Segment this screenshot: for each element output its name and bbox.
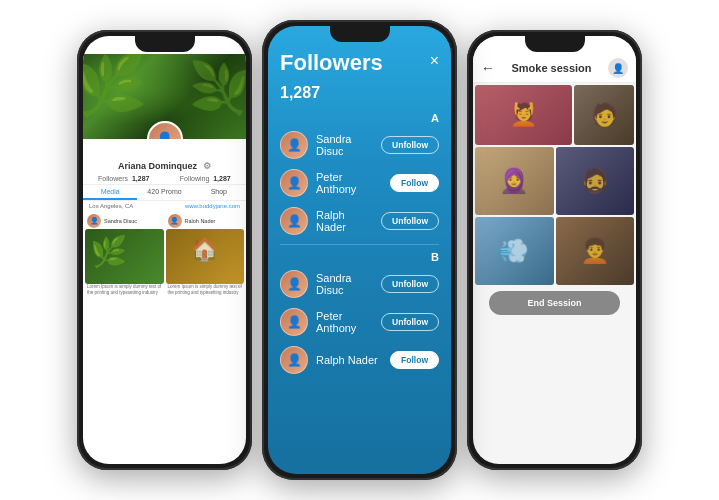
follow-btn-b3[interactable]: Follow: [390, 351, 439, 369]
follower-a2: 👤 Peter Anthony Follow: [268, 164, 451, 202]
profile-tabs: Media 420 Promo Shop: [83, 185, 246, 201]
tab-media[interactable]: Media: [83, 185, 137, 200]
followers-bar: Followers 1,287 Following 1,287: [83, 173, 246, 185]
person-smoke-icon: 💆: [510, 102, 537, 128]
follower-b1: 👤 Sandra Disuc Unfollow: [268, 265, 451, 303]
notch-3: [525, 36, 585, 52]
end-session-button[interactable]: End Session: [489, 291, 620, 315]
unfollow-btn-a3[interactable]: Unfollow: [381, 212, 439, 230]
unfollow-btn-a1[interactable]: Unfollow: [381, 136, 439, 154]
follower-name-b2: Peter Anthony: [316, 310, 373, 334]
back-button[interactable]: ←: [481, 60, 495, 76]
website-text[interactable]: www.buddyjane.com: [185, 203, 240, 209]
session-top-image: 💆: [475, 85, 572, 145]
session-image-1[interactable]: 🧕: [475, 147, 554, 215]
follower-avatar-b2: 👤: [280, 308, 308, 336]
unfollow-btn-b2[interactable]: Unfollow: [381, 313, 439, 331]
profile-name-bar: Ariana Dominquez ⚙: [83, 159, 246, 173]
person-icon-4: 🧑‍🦱: [580, 237, 610, 265]
follower-name-b1: Sandra Disuc: [316, 272, 373, 296]
tab-shop[interactable]: Shop: [192, 185, 246, 200]
gear-icon[interactable]: ⚙: [203, 161, 211, 171]
section-a-label: A: [268, 110, 451, 126]
media-cell-2[interactable]: [166, 229, 245, 284]
lorem-2: Lorem Ipsum is simply dummy text of the …: [166, 284, 245, 298]
location-row: Los Angeles, CA www.buddyjane.com: [83, 201, 246, 211]
phone-smoke-session: ← Smoke session 👤 💆 🧑 🧕: [467, 30, 642, 470]
media-cell-1[interactable]: [85, 229, 164, 284]
person-icon-2: 🧔: [580, 167, 610, 195]
user-icon: 👤: [612, 63, 624, 74]
media-avatar-2: 👤: [168, 214, 182, 228]
media-username-2: Raloh Nader: [185, 218, 216, 224]
session-image-3[interactable]: 💨: [475, 217, 554, 285]
follower-avatar-a2: 👤: [280, 169, 308, 197]
follower-avatar-b1: 👤: [280, 270, 308, 298]
followers-count: 1,287: [268, 84, 451, 110]
man-smoke-icon: 🧑: [591, 102, 618, 128]
follow-btn-a2[interactable]: Follow: [390, 174, 439, 192]
follower-name-a1: Sandra Disuc: [316, 133, 373, 157]
follower-name-a3: Ralph Nader: [316, 209, 373, 233]
media-user-1: 👤 Sandra Disuc: [85, 213, 164, 229]
person-icon-1: 🧕: [499, 167, 529, 195]
follower-avatar-a1: 👤: [280, 131, 308, 159]
close-button[interactable]: ×: [430, 52, 439, 70]
profile-icon-button[interactable]: 👤: [608, 58, 628, 78]
session-image-grid: 🧕 🧔 💨 🧑‍🦱: [473, 147, 636, 287]
media-avatar-1: 👤: [87, 214, 101, 228]
follower-name-a2: Peter Anthony: [316, 171, 382, 195]
phone-followers: Followers × 1,287 A 👤 Sandra Disuc Unfol…: [262, 20, 457, 480]
follower-b2: 👤 Peter Anthony Unfollow: [268, 303, 451, 341]
followers-count-cell: Followers 1,287: [83, 175, 165, 182]
follower-avatar-a3: 👤: [280, 207, 308, 235]
notch-2: [330, 26, 390, 42]
profile-cover-image: 👤: [83, 54, 246, 139]
section-b-label: B: [268, 249, 451, 265]
followers-title: Followers: [280, 50, 383, 76]
session-image-4[interactable]: 🧑‍🦱: [556, 217, 635, 285]
location-text: Los Angeles, CA: [89, 203, 133, 209]
phone-followers-screen: Followers × 1,287 A 👤 Sandra Disuc Unfol…: [268, 26, 451, 474]
media-item-1: 👤 Sandra Disuc Lorem Ipsum is simply dum…: [85, 213, 164, 298]
follower-name-b3: Ralph Nader: [316, 354, 382, 366]
follower-a1: 👤 Sandra Disuc Unfollow: [268, 126, 451, 164]
media-user-2: 👤 Raloh Nader: [166, 213, 245, 229]
phone-profile-screen: 👤 Ariana Dominquez ⚙ Followers 1,287 Fol…: [83, 36, 246, 464]
follower-a3: 👤 Ralph Nader Unfollow: [268, 202, 451, 240]
following-count-cell: Following 1,287: [165, 175, 247, 182]
notch-1: [135, 36, 195, 52]
phone-smoke-screen: ← Smoke session 👤 💆 🧑 🧕: [473, 36, 636, 464]
smoke-icon-3: 💨: [499, 237, 529, 265]
session-title: Smoke session: [511, 62, 591, 74]
follower-avatar-b3: 👤: [280, 346, 308, 374]
unfollow-btn-b1[interactable]: Unfollow: [381, 275, 439, 293]
session-image-2[interactable]: 🧔: [556, 147, 635, 215]
media-item-2: 👤 Raloh Nader Lorem Ipsum is simply dumm…: [166, 213, 245, 298]
media-username-1: Sandra Disuc: [104, 218, 137, 224]
phone-profile: 👤 Ariana Dominquez ⚙ Followers 1,287 Fol…: [77, 30, 252, 470]
media-grid: 👤 Sandra Disuc Lorem Ipsum is simply dum…: [83, 211, 246, 300]
section-divider: [280, 244, 439, 245]
session-top-right-image: 🧑: [574, 85, 634, 145]
profile-name: Ariana Dominquez: [118, 161, 197, 171]
follower-b3: 👤 Ralph Nader Follow: [268, 341, 451, 379]
lorem-1: Lorem Ipsum is simply dummy text of the …: [85, 284, 164, 298]
end-session-container: End Session: [473, 291, 636, 315]
tab-420-promo[interactable]: 420 Promo: [137, 185, 191, 200]
phones-container: 👤 Ariana Dominquez ⚙ Followers 1,287 Fol…: [0, 0, 719, 500]
